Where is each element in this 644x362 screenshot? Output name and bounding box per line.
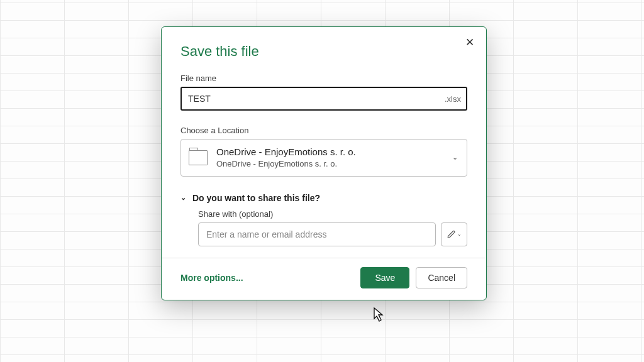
close-button[interactable]: ✕ bbox=[460, 32, 480, 52]
save-button[interactable]: Save bbox=[360, 267, 409, 288]
share-row: ⌄ bbox=[198, 222, 467, 246]
file-name-label: File name bbox=[180, 74, 467, 83]
cancel-button[interactable]: Cancel bbox=[416, 267, 467, 288]
share-with-label: Share with (optional) bbox=[198, 209, 467, 219]
share-section-toggle[interactable]: ⌄ Do you want to share this file? bbox=[180, 193, 467, 203]
share-with-input[interactable] bbox=[198, 222, 436, 246]
dialog-body: Save this file File name .xlsx Choose a … bbox=[162, 27, 486, 258]
location-selector[interactable]: OneDrive - EnjoyEmotions s. r. o. OneDri… bbox=[180, 139, 467, 177]
pencil-icon bbox=[447, 230, 456, 239]
file-name-input[interactable] bbox=[180, 87, 467, 111]
file-name-row: .xlsx bbox=[180, 87, 467, 111]
location-title: OneDrive - EnjoyEmotions s. r. o. bbox=[216, 146, 443, 158]
dialog-footer: More options... Save Cancel bbox=[162, 258, 486, 300]
dialog-title: Save this file bbox=[180, 43, 467, 60]
close-icon: ✕ bbox=[465, 36, 474, 49]
location-text: OneDrive - EnjoyEmotions s. r. o. OneDri… bbox=[216, 146, 443, 170]
chevron-down-icon: ⌄ bbox=[457, 231, 462, 237]
more-options-link[interactable]: More options... bbox=[180, 273, 243, 283]
chevron-down-icon: ⌄ bbox=[452, 153, 458, 162]
location-subtitle: OneDrive - EnjoyEmotions s. r. o. bbox=[216, 158, 443, 170]
permissions-button[interactable]: ⌄ bbox=[441, 222, 467, 246]
file-extension-label: .xlsx bbox=[445, 94, 461, 104]
share-header-text: Do you want to share this file? bbox=[192, 193, 320, 203]
chevron-down-icon: ⌄ bbox=[180, 194, 186, 202]
folder-icon bbox=[189, 150, 208, 165]
choose-location-label: Choose a Location bbox=[180, 126, 467, 135]
save-file-dialog: ✕ Save this file File name .xlsx Choose … bbox=[161, 26, 487, 300]
